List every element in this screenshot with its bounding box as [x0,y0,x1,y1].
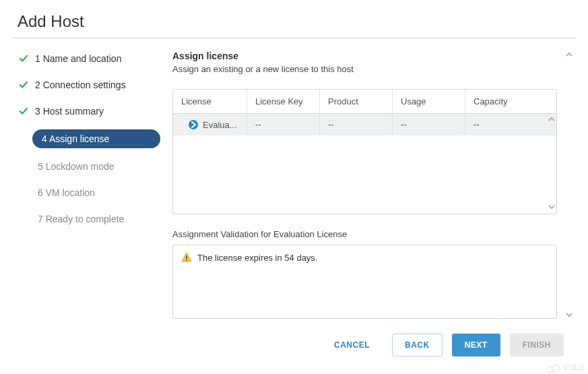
cell-usage: -- [393,114,465,135]
section-desc: Assign an existing or a new license to t… [172,64,557,74]
th-license[interactable]: License [173,90,247,113]
th-product[interactable]: Product [320,90,393,113]
step-label: 3 Host summary [35,106,104,117]
section-title: Assign license [172,51,557,61]
next-button[interactable]: NEXT [452,334,500,356]
step-lockdown-mode[interactable]: 5 Lockdown mode [18,158,159,175]
step-ready-complete[interactable]: 7 Ready to complete [18,211,159,227]
svg-rect-1 [186,255,187,259]
finish-button: FINISH [510,334,564,356]
dialog-footer: CANCEL BACK NEXT FINISH [12,319,576,356]
table-header: License License Key Product Usage Capaci… [173,90,556,114]
cell-license: Evalua... [203,120,237,130]
step-label: 5 Lockdown mode [38,161,115,172]
check-icon [19,106,28,116]
svg-rect-2 [186,259,187,261]
license-table: License License Key Product Usage Capaci… [172,89,557,214]
step-label: 2 Connection settings [35,80,126,90]
table-scrollbar[interactable] [547,113,556,214]
step-label: 1 Name and location [35,53,121,64]
watermark-text: 亿速云 [563,363,585,373]
step-label: 7 Ready to complete [38,214,124,224]
chevron-down-icon [565,311,573,319]
validation-box: The license expires in 54 days. [172,245,557,319]
cell-capacity: -- [465,114,556,135]
arrow-right-circle-icon [188,119,199,130]
step-name-location[interactable]: 1 Name and location [18,51,159,67]
check-icon [19,80,28,90]
wizard-steps: 1 Name and location 2 Connection setting… [12,51,159,319]
step-host-summary[interactable]: 3 Host summary [18,103,159,119]
chevron-down-icon [548,203,556,211]
th-license-key[interactable]: License Key [247,90,320,113]
warning-icon [181,252,192,263]
chevron-up-icon [548,115,556,123]
panel-scrollbar[interactable] [564,51,575,319]
cloud-icon [546,363,560,373]
cell-product: -- [320,114,393,135]
validation-label: Assignment Validation for Evaluation Lic… [172,229,557,239]
cancel-button[interactable]: CANCEL [321,334,383,356]
th-usage[interactable]: Usage [393,90,465,113]
validation-message: The license expires in 54 days. [197,253,317,263]
cell-key: -- [247,114,320,135]
step-assign-license[interactable]: 4 Assign license [32,129,160,148]
svg-point-4 [552,365,560,372]
step-vm-location[interactable]: 6 VM location [18,185,159,201]
watermark: 亿速云 [546,363,585,373]
dialog-title: Add Host [12,12,576,38]
table-row[interactable]: Evalua... -- -- -- -- [173,114,556,135]
check-icon [19,54,28,63]
step-label: 6 VM location [38,187,95,198]
step-label: 4 Assign license [42,133,109,144]
back-button[interactable]: BACK [392,334,443,356]
table-body: Evalua... -- -- -- -- [173,114,556,214]
th-capacity[interactable]: Capacity [465,90,556,113]
chevron-up-icon [565,51,573,59]
svg-point-0 [189,120,198,129]
step-connection-settings[interactable]: 2 Connection settings [18,77,159,93]
title-divider [12,38,576,38]
